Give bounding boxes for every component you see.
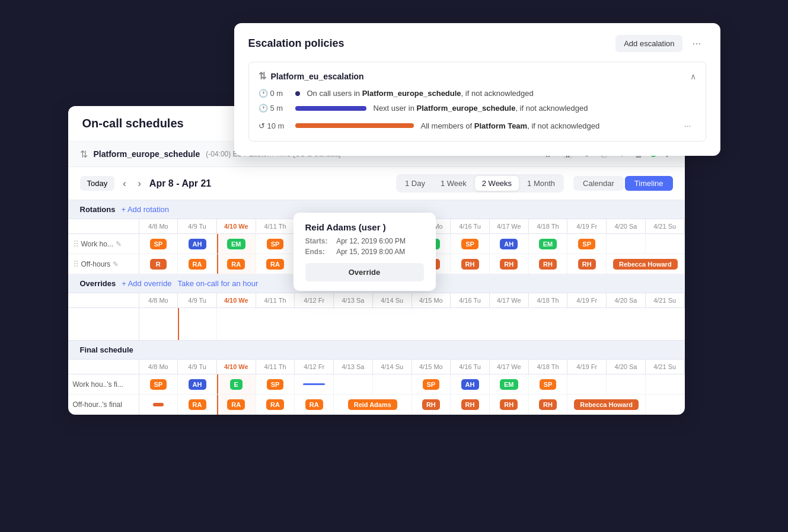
final-chip-e-2: E xyxy=(230,379,243,390)
final-wh-label: Work hou..'s fi... xyxy=(73,380,123,389)
wh-cell-12 xyxy=(607,234,646,254)
final-section-header: Final schedule xyxy=(68,341,685,360)
day-header-3: 4/11 Th xyxy=(256,219,295,233)
escalation-more-button[interactable]: ··· xyxy=(687,35,706,52)
prev-button[interactable]: ‹ xyxy=(119,177,129,190)
final-chip-ra-4: RA xyxy=(305,399,323,410)
final-chip-ah-1: AH xyxy=(189,379,206,390)
esc-bar-1 xyxy=(295,106,366,111)
oh-cell-1: RA xyxy=(178,254,217,274)
final-chip-ra-3: RA xyxy=(266,399,284,410)
tooltip-user: Reid Adams (user ) xyxy=(305,222,424,232)
tab-1month[interactable]: 1 Month xyxy=(520,176,562,191)
calendar-controls: Today ‹ › Apr 8 - Apr 21 1 Day 1 Week 2 … xyxy=(68,167,685,200)
final-chip-em-9: EM xyxy=(500,379,518,390)
calendar-view-button[interactable]: Calendar xyxy=(573,176,624,191)
escalation-row-2: ↺ 10 m All members of Platform Team, if … xyxy=(259,118,696,133)
tooltip-ends: Ends: Apr 15, 2019 8:00 AM xyxy=(305,248,424,256)
override-button[interactable]: Override xyxy=(305,263,424,281)
chip-rh-11: RH xyxy=(578,259,596,270)
escalation-row-0: 🕐 0 m On call users in Platform_europe_s… xyxy=(259,89,696,98)
escalation-panel: Escalation policies Add escalation ··· ⇅… xyxy=(234,23,720,156)
chip-ra-2: RA xyxy=(227,259,245,270)
work-hours-label: Work ho... xyxy=(81,240,113,248)
override-calendar-header: 4/8 Mo 4/9 Tu 4/10 We 4/11 Th 4/12 Fr 4/… xyxy=(68,293,685,308)
rotations-title: Rotations xyxy=(80,205,116,214)
tab-1day[interactable]: 1 Day xyxy=(398,176,432,191)
tooltip-starts: Starts: Apr 12, 2019 6:00 PM xyxy=(305,237,424,245)
esc-text-0: On call users in Platform_europe_schedul… xyxy=(307,89,534,98)
final-chip-rh-8: RH xyxy=(461,399,479,410)
chip-ra-1: RA xyxy=(189,259,206,270)
today-button[interactable]: Today xyxy=(80,176,115,191)
chip-sp-11: SP xyxy=(578,239,595,249)
tooltip-ends-value: Apr 15, 2019 8:00 AM xyxy=(336,248,405,256)
final-off-hours-row: Off-hour..'s final RA RA RA RA Reid Adam… xyxy=(68,395,685,415)
chevron-up-icon: ∧ xyxy=(690,72,696,81)
edit-row-icon[interactable]: ✎ xyxy=(116,240,122,248)
final-chip-ra-2: RA xyxy=(227,399,245,410)
chip-sp-8: SP xyxy=(461,239,478,249)
esc-time-1: 🕐 5 m xyxy=(259,104,288,113)
row-more-button[interactable]: ··· xyxy=(679,118,696,133)
esc-bar-0 xyxy=(295,91,300,96)
final-oh-label: Off-hour..'s final xyxy=(73,400,122,409)
final-chip-ra-1: RA xyxy=(189,399,206,410)
chip-r-0: R xyxy=(150,259,167,270)
add-escalation-button[interactable]: Add escalation xyxy=(615,35,682,52)
oh-cell-8: RH xyxy=(451,254,490,274)
add-rotation-link[interactable]: + Add rotation xyxy=(121,205,169,214)
esc-time-0: 🕐 0 m xyxy=(259,89,288,98)
oh-cell-9: RH xyxy=(490,254,529,274)
view-tabs: 1 Day 1 Week 2 Weeks 1 Month xyxy=(396,174,564,193)
final-work-hours-row: Work hou..'s fi... SP AH E SP SP AH EM S… xyxy=(68,374,685,395)
date-range: Apr 8 - Apr 21 xyxy=(149,178,211,189)
chip-ah-1: AH xyxy=(189,239,206,249)
add-override-link[interactable]: + Add override xyxy=(122,279,171,288)
chip-rh-9: RH xyxy=(500,259,518,270)
wh-cell-2: EM xyxy=(217,234,256,254)
final-chip-rh-9: RH xyxy=(500,399,518,410)
final-chip-rebecca-wide: Rebecca Howard xyxy=(574,399,639,410)
page-title: On-call schedules xyxy=(82,117,184,130)
wh-cell-11: SP xyxy=(567,234,607,254)
chip-rh-8: RH xyxy=(461,259,479,270)
day-header-1: 4/9 Tu xyxy=(178,219,217,233)
chip-rh-10: RH xyxy=(539,259,557,270)
oh-cell-12: Rebecca Howard xyxy=(607,254,684,274)
tooltip-starts-value: Apr 12, 2019 6:00 PM xyxy=(336,237,406,245)
final-chip-rh-7: RH xyxy=(422,399,440,410)
wh-cell-0: SP xyxy=(139,234,178,254)
timeline-view-button[interactable]: Timeline xyxy=(625,176,673,191)
clock-icon: 🕐 xyxy=(259,89,268,98)
chip-rebecca-wide: Rebecca Howard xyxy=(613,259,678,270)
wh-cell-13 xyxy=(646,234,685,254)
tab-2weeks[interactable]: 2 Weeks xyxy=(475,176,519,191)
day-header-9: 4/17 We xyxy=(490,219,529,233)
tab-1week[interactable]: 1 Week xyxy=(433,176,474,191)
clock-icon-1: 🕐 xyxy=(259,104,268,113)
take-oncall-link[interactable]: Take on-call for an hour xyxy=(177,279,258,288)
tooltip-ends-label: Ends: xyxy=(305,248,335,256)
oh-cell-3: RA xyxy=(256,254,295,274)
edit-row-icon-2[interactable]: ✎ xyxy=(113,260,119,268)
next-button[interactable]: › xyxy=(135,177,145,190)
escalation-row-1: 🕐 5 m Next user in Platform_europe_sched… xyxy=(259,104,696,113)
oh-cell-10: RH xyxy=(529,254,568,274)
schedule-name[interactable]: Platform_europe_schedule xyxy=(94,149,200,159)
oh-cell-11: RH xyxy=(567,254,607,274)
tooltip-starts-label: Starts: xyxy=(305,237,335,245)
chip-ra-3: RA xyxy=(266,259,284,270)
escalation-item: ⇅ Platform_eu_escalation ∧ 🕐 0 m On call… xyxy=(248,62,706,142)
wh-cell-10: EM xyxy=(529,234,568,254)
esc-bar-2 xyxy=(295,123,414,128)
off-hours-label: Off-hours xyxy=(81,260,111,268)
chip-sp-0: SP xyxy=(150,239,167,249)
drag-handle-2[interactable]: ⠿ xyxy=(73,259,79,269)
final-title: Final schedule xyxy=(80,345,133,354)
drag-handle[interactable]: ⠿ xyxy=(73,239,79,249)
day-header-0: 4/8 Mo xyxy=(139,219,178,233)
chip-sp-3: SP xyxy=(267,239,284,249)
oh-cell-0: R xyxy=(139,254,178,274)
final-chip-rh-10: RH xyxy=(539,399,557,410)
